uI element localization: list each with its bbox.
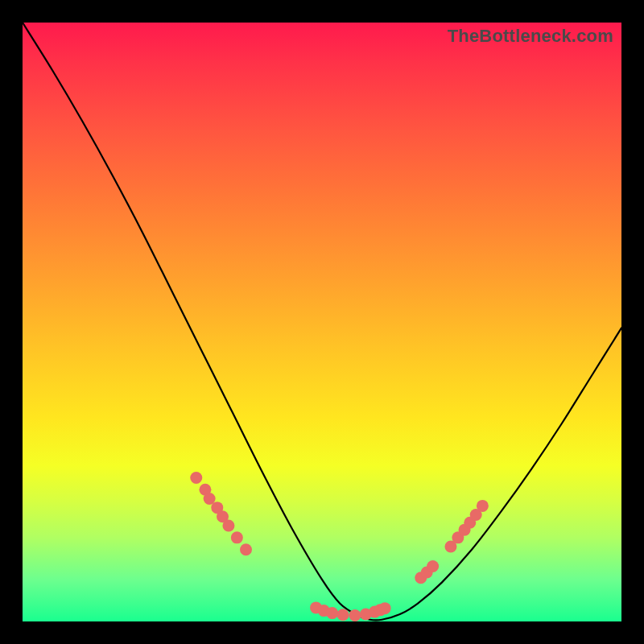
highlight-dot — [427, 560, 439, 572]
highlight-dot — [222, 519, 234, 531]
highlight-dot — [231, 531, 243, 543]
plot-area: TheBottleneck.com — [23, 23, 621, 621]
highlight-dot — [477, 500, 489, 512]
highlight-dot — [326, 607, 338, 619]
bottleneck-curve — [23, 23, 621, 621]
highlight-dot — [190, 472, 202, 484]
highlight-dots — [190, 472, 489, 621]
highlight-dot — [337, 609, 349, 621]
chart-svg — [23, 23, 621, 621]
highlight-dot — [349, 609, 361, 621]
highlight-dot — [240, 543, 252, 555]
chart-frame: TheBottleneck.com — [0, 0, 644, 644]
highlight-dot — [379, 602, 391, 614]
